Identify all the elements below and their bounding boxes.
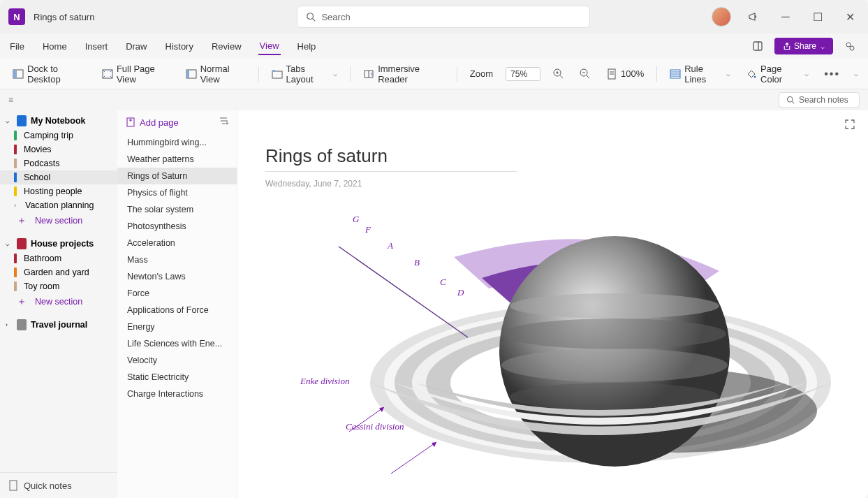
user-avatar[interactable] <box>712 7 731 27</box>
new-section-button-2[interactable]: ＋New section <box>0 293 117 310</box>
share-label: Share <box>794 41 816 51</box>
tab-draw[interactable]: Draw <box>124 38 148 54</box>
chevron-down-icon: ⌵ <box>726 70 730 78</box>
page-item[interactable]: Force <box>117 285 237 302</box>
share-button[interactable]: Share ⌵ <box>774 38 833 54</box>
mode-switch-icon[interactable] <box>840 36 860 56</box>
sort-icon <box>219 116 228 126</box>
zoom-100-button[interactable]: 100% <box>603 66 647 82</box>
page-item[interactable]: Charge Interactions <box>117 386 237 402</box>
page-item[interactable]: Weather patterns <box>117 151 237 168</box>
zoom-in-button[interactable] <box>550 66 567 82</box>
page-item[interactable]: Applications of Force <box>117 302 237 318</box>
immersive-reader-button[interactable]: Immersive Reader <box>360 61 447 87</box>
onenote-app-icon: N <box>8 8 25 25</box>
section-color-icon <box>14 173 17 182</box>
rule-lines-icon <box>670 68 681 80</box>
dock-to-desktop-button[interactable]: Dock to Desktop <box>10 61 89 87</box>
annotation-g: G <box>353 214 359 225</box>
page-item[interactable]: Hummingbird wing... <box>117 134 237 151</box>
tab-file[interactable]: File <box>8 38 26 54</box>
add-page-button[interactable]: Add page <box>126 117 179 128</box>
close-button[interactable]: ✕ <box>840 7 860 27</box>
section-school[interactable]: School <box>0 170 117 184</box>
megaphone-icon[interactable] <box>744 7 763 27</box>
annotation-cassini: Cassini division <box>346 421 404 432</box>
svg-rect-30 <box>10 481 17 490</box>
minimize-button[interactable]: ─ <box>776 7 795 27</box>
svg-point-5 <box>850 46 854 50</box>
search-notes-placeholder: Search notes <box>799 95 848 105</box>
tabs-layout-button[interactable]: Tabs Layout⌵ <box>269 61 341 87</box>
page-item[interactable]: Life Sciences with Ene... <box>117 335 237 352</box>
notebook-my-notebook[interactable]: ⌵My Notebook <box>0 113 117 129</box>
svg-point-46 <box>503 318 726 349</box>
sort-pages-button[interactable] <box>219 116 228 129</box>
page-item[interactable]: Acceleration <box>117 235 237 251</box>
page-item[interactable]: Energy <box>117 318 237 335</box>
notebook-icon <box>17 238 27 249</box>
chevron-right-icon: › <box>14 202 21 209</box>
tab-home[interactable]: Home <box>41 38 68 54</box>
chevron-down-icon: ⌵ <box>333 70 337 78</box>
annotation-a: A <box>388 240 393 251</box>
feed-icon[interactable] <box>748 36 767 56</box>
page-item[interactable]: Rings of Saturn <box>117 168 237 184</box>
search-input[interactable]: Search <box>297 6 590 28</box>
tab-review[interactable]: Review <box>210 38 243 54</box>
page-canvas[interactable]: Rings of saturn Wednesday, June 7, 2021 <box>237 110 868 498</box>
section-toy-room[interactable]: Toy room <box>0 279 117 293</box>
svg-line-29 <box>792 101 794 103</box>
rule-lines-button[interactable]: Rule Lines⌵ <box>667 61 733 87</box>
section-color-icon <box>14 281 17 291</box>
section-vacation-planning[interactable]: ›Vacation planning <box>0 198 117 212</box>
expand-canvas-button[interactable] <box>844 119 855 133</box>
page-item[interactable]: Mass <box>117 251 237 268</box>
section-bathroom[interactable]: Bathroom <box>0 251 117 265</box>
new-section-button[interactable]: ＋New section <box>0 212 117 229</box>
annotation-f: F <box>365 224 371 235</box>
page-item[interactable]: Velocity <box>117 352 237 369</box>
tab-insert[interactable]: Insert <box>84 38 110 54</box>
tab-history[interactable]: History <box>164 38 195 54</box>
page-date: Wednesday, June 7, 2021 <box>265 179 362 189</box>
page-title[interactable]: Rings of saturn <box>265 145 517 172</box>
svg-rect-7 <box>13 70 17 78</box>
window-title: Rings of saturn <box>34 12 94 22</box>
main-content: ⌵My Notebook Camping trip Movies Podcast… <box>0 110 868 498</box>
section-hosting-people[interactable]: Hosting people <box>0 184 117 198</box>
quick-notes-button[interactable]: Quick notes <box>0 472 117 498</box>
page-item[interactable]: Photosynthesis <box>117 218 237 235</box>
section-podcasts[interactable]: Podcasts <box>0 156 117 170</box>
page-color-button[interactable]: Page Color⌵ <box>743 61 811 87</box>
page-item[interactable]: Static Electricity <box>117 369 237 386</box>
zoom-select[interactable]: 75% <box>506 67 540 81</box>
notebook-travel-journal[interactable]: ›Travel journal <box>0 317 117 332</box>
section-color-icon <box>14 254 17 263</box>
normal-view-button[interactable]: Normal View <box>183 61 249 87</box>
more-options-button[interactable]: ••• <box>821 66 843 82</box>
section-color-icon <box>14 131 17 140</box>
separator <box>457 66 457 82</box>
annotation-d: D <box>457 287 464 298</box>
tab-help[interactable]: Help <box>296 38 318 54</box>
collapse-ribbon-icon[interactable]: ⌵ <box>854 70 858 78</box>
svg-point-0 <box>307 13 314 20</box>
zoom-out-button[interactable] <box>577 66 594 82</box>
page-item[interactable]: Newton's Laws <box>117 268 237 285</box>
maximize-button[interactable]: ☐ <box>808 7 827 27</box>
notebook-house-projects[interactable]: ⌵House projects <box>0 236 117 251</box>
search-notes-input[interactable]: Search notes <box>779 92 860 108</box>
section-camping-trip[interactable]: Camping trip <box>0 129 117 142</box>
hamburger-icon[interactable]: ≡ <box>8 95 13 105</box>
section-movies[interactable]: Movies <box>0 142 117 156</box>
page-item[interactable]: The solar system <box>117 201 237 218</box>
full-page-view-button[interactable]: Full Page View <box>99 61 173 87</box>
section-color-icon <box>14 186 17 196</box>
notebook-icon <box>17 115 27 126</box>
svg-line-51 <box>391 442 436 474</box>
section-garden-yard[interactable]: Garden and yard <box>0 265 117 279</box>
page-item[interactable]: Physics of flight <box>117 184 237 201</box>
plus-icon: ＋ <box>17 214 27 227</box>
tab-view[interactable]: View <box>258 38 281 55</box>
